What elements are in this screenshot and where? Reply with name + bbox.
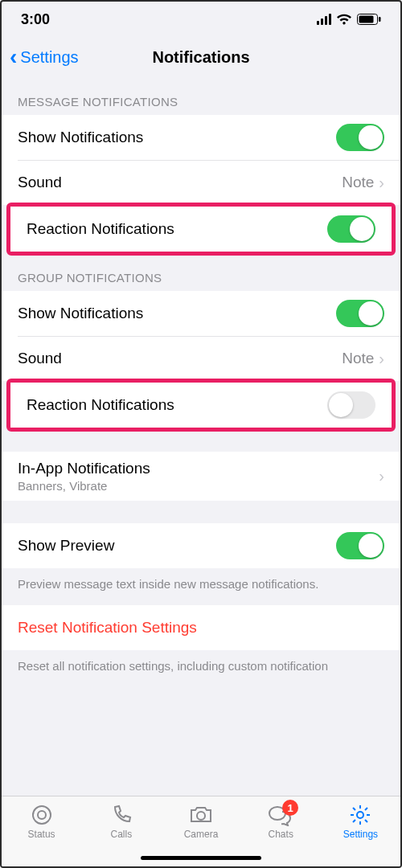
status-time: 3:00 xyxy=(21,11,50,28)
group-reaction-row[interactable]: Reaction Notifications xyxy=(10,383,392,428)
tab-label: Status xyxy=(28,829,55,840)
row-label: Show Notifications xyxy=(18,129,336,146)
chats-badge: 1 xyxy=(282,800,298,816)
row-label: Reaction Notifications xyxy=(27,220,327,238)
reset-footer: Reset all notification settings, includi… xyxy=(2,650,400,687)
chevron-right-icon: › xyxy=(379,174,384,192)
inapp-group: In-App Notifications Banners, Vibrate › xyxy=(2,452,400,501)
row-value: Note xyxy=(342,350,374,367)
status-icon xyxy=(31,803,53,827)
group-reaction-highlight: Reaction Notifications xyxy=(6,379,396,432)
tab-label: Camera xyxy=(184,829,219,840)
row-label: Sound xyxy=(18,174,342,191)
settings-content: MESSAGE NOTIFICATIONS Show Notifications… xyxy=(2,77,400,796)
group-show-row[interactable]: Show Notifications xyxy=(2,291,400,336)
back-label: Settings xyxy=(20,48,78,67)
message-show-toggle[interactable] xyxy=(336,124,384,151)
row-label: Reset Notification Settings xyxy=(18,619,384,637)
group-group: Show Notifications Sound Note › xyxy=(2,291,400,381)
battery-icon xyxy=(357,14,381,25)
preview-group: Show Preview xyxy=(2,523,400,568)
camera-icon xyxy=(189,803,213,827)
device-frame: 3:00 ‹ Settings Notifications MESSAGE NO… xyxy=(0,0,402,868)
row-label: Reaction Notifications xyxy=(27,396,327,414)
message-sound-row[interactable]: Sound Note › xyxy=(2,160,400,205)
row-label: Show Notifications xyxy=(18,305,336,322)
back-button[interactable]: ‹ Settings xyxy=(10,46,79,68)
reset-row[interactable]: Reset Notification Settings xyxy=(2,605,400,650)
status-indicators xyxy=(317,14,381,25)
row-value: Note xyxy=(342,174,374,191)
wifi-icon xyxy=(336,14,352,25)
svg-rect-1 xyxy=(359,16,374,23)
message-reaction-row[interactable]: Reaction Notifications xyxy=(10,207,392,252)
svg-point-4 xyxy=(38,811,46,819)
row-label: Sound xyxy=(18,350,342,367)
status-bar: 3:00 xyxy=(2,2,400,37)
preview-footer: Preview message text inside new message … xyxy=(2,568,400,605)
preview-row[interactable]: Show Preview xyxy=(2,523,400,568)
tab-label: Settings xyxy=(343,829,378,840)
group-section-header: GROUP NOTIFICATIONS xyxy=(2,253,400,291)
preview-toggle[interactable] xyxy=(336,532,384,559)
tab-status[interactable]: Status xyxy=(2,796,81,866)
row-label: In-App Notifications xyxy=(18,460,379,477)
chevron-right-icon: › xyxy=(379,467,384,485)
group-show-toggle[interactable] xyxy=(336,300,384,327)
row-label: Show Preview xyxy=(18,537,336,555)
svg-point-3 xyxy=(33,806,51,824)
home-indicator[interactable] xyxy=(141,856,261,860)
message-group: Show Notifications Sound Note › xyxy=(2,115,400,205)
tab-label: Chats xyxy=(269,829,293,840)
gear-icon xyxy=(349,803,371,827)
tab-label: Calls xyxy=(110,829,132,840)
message-reaction-highlight: Reaction Notifications xyxy=(6,203,396,256)
cellular-signal-icon xyxy=(317,14,331,25)
inapp-row[interactable]: In-App Notifications Banners, Vibrate › xyxy=(2,452,400,501)
group-sound-row[interactable]: Sound Note › xyxy=(2,336,400,381)
message-show-row[interactable]: Show Notifications xyxy=(2,115,400,160)
chevron-right-icon: › xyxy=(379,350,384,368)
tab-settings[interactable]: Settings xyxy=(321,796,400,866)
phone-icon xyxy=(110,803,133,827)
message-section-header: MESSAGE NOTIFICATIONS xyxy=(2,77,400,115)
svg-point-5 xyxy=(197,812,205,820)
message-reaction-toggle[interactable] xyxy=(327,215,375,243)
group-reaction-toggle[interactable] xyxy=(327,391,375,419)
svg-point-7 xyxy=(357,812,363,818)
row-sublabel: Banners, Vibrate xyxy=(18,479,379,493)
chevron-left-icon: ‹ xyxy=(10,46,17,68)
reset-group: Reset Notification Settings xyxy=(2,605,400,650)
nav-header: ‹ Settings Notifications xyxy=(2,37,400,77)
svg-rect-2 xyxy=(379,17,381,22)
